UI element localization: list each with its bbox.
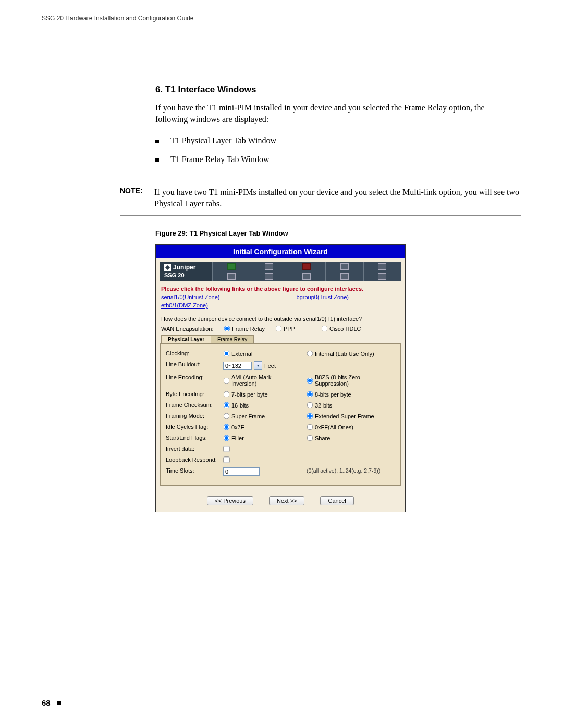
tab-strip: Physical Layer Frame Relay [156, 335, 405, 343]
bullet-item: T1 Frame Relay Tab Window [155, 155, 521, 164]
radio-extended-super-frame[interactable]: Extended Super Frame [307, 413, 374, 419]
radio-input[interactable] [307, 391, 313, 398]
footer-square-icon [57, 701, 61, 705]
radio-filler[interactable]: Filler [223, 435, 244, 441]
radio-input[interactable] [224, 435, 230, 441]
port-icon[interactable] [378, 263, 386, 270]
wizard-button-row: << Previous Next >> Cancel [156, 492, 405, 512]
port-icon[interactable] [340, 263, 349, 270]
radio-0x7e[interactable]: 0x7E [223, 424, 244, 430]
radio-label: 16-bits [231, 402, 249, 409]
radio-share[interactable]: Share [307, 435, 330, 441]
radio-input[interactable] [224, 413, 230, 419]
radio-input[interactable] [224, 391, 230, 398]
port-icon[interactable] [340, 273, 349, 280]
port-icon[interactable] [302, 263, 311, 270]
radio-ami[interactable]: AMI (Auto Mark Inversion) [223, 374, 296, 387]
note-text: If you have two T1 mini-PIMs installed o… [154, 187, 521, 209]
row-line-encoding: Line Encoding: AMI (Auto Mark Inversion)… [166, 374, 395, 387]
radio-input[interactable] [307, 402, 313, 409]
port-icon[interactable] [227, 263, 236, 270]
link-bgroup-interface[interactable]: bgroup0(Trust Zone) [297, 294, 349, 300]
radio-0xff[interactable]: 0xFF(All Ones) [307, 424, 353, 430]
previous-button[interactable]: << Previous [207, 496, 253, 505]
row-frame-checksum: Frame Checksum: 16-bits 32-bits [166, 402, 395, 409]
port-icon[interactable] [227, 273, 236, 280]
field-label: Idle Cycles Flag: [166, 424, 223, 430]
radio-input[interactable] [307, 435, 313, 441]
next-button[interactable]: Next >> [269, 496, 305, 505]
wizard-banner: Juniper SSG 20 [156, 258, 405, 281]
bullet-item: T1 Physical Layer Tab Window [155, 136, 521, 145]
radio-input[interactable] [224, 424, 230, 430]
radio-b8zs[interactable]: B8ZS (8-bits Zero Suppression) [307, 374, 385, 387]
radio-label: Cisco HDLC [329, 326, 361, 332]
port-icon[interactable] [302, 273, 311, 280]
bullet-icon [155, 158, 159, 162]
dropdown-icon[interactable]: ▾ [254, 361, 262, 370]
radio-input[interactable] [322, 326, 328, 332]
port-icon[interactable] [265, 273, 273, 280]
radio-label: 0x7E [231, 424, 244, 430]
intro-paragraph: If you have the T1 mini-PIM installed in… [155, 102, 490, 125]
line-buildout-select[interactable] [223, 362, 252, 370]
field-label: Line Encoding: [166, 374, 223, 380]
radio-input[interactable] [224, 351, 230, 357]
port-icon[interactable] [265, 263, 273, 270]
link-eth-interface[interactable]: eth0/1(DMZ Zone) [161, 302, 208, 309]
wan-encaps-label: WAN Encapsulation: [161, 326, 224, 332]
radio-label: PPP [284, 326, 295, 332]
link-serial-interface[interactable]: serial1/0(Untrust Zone) [161, 294, 220, 300]
radio-label: Frame Relay [232, 326, 265, 332]
device-badge: Juniper SSG 20 [160, 262, 212, 281]
juniper-logo-icon [164, 264, 171, 271]
radio-input[interactable] [307, 413, 313, 419]
wan-encapsulation-row: WAN Encapsulation: Frame Relay PPP Cisco… [156, 325, 405, 335]
row-byte-encoding: Byte Encoding: 7-bits per byte 8-bits pe… [166, 391, 395, 398]
bullet-icon [155, 140, 159, 143]
radio-label: Internal (Lab Use Only) [315, 351, 374, 357]
row-framing-mode: Framing Mode: Super Frame Extended Super… [166, 413, 395, 419]
note-label: NOTE: [120, 187, 154, 209]
radio-input[interactable] [276, 326, 282, 332]
radio-8bits[interactable]: 8-bits per byte [307, 391, 351, 398]
radio-input[interactable] [224, 402, 230, 409]
radio-16bits[interactable]: 16-bits [223, 402, 249, 409]
radio-clocking-internal[interactable]: Internal (Lab Use Only) [307, 350, 374, 357]
radio-label: B8ZS (8-bits Zero Suppression) [315, 374, 385, 387]
field-label: Loopback Respond: [166, 456, 223, 463]
device-model: SSG 20 [164, 272, 208, 278]
row-line-buildout: Line Buildout: ▾ Feet [166, 361, 395, 370]
radio-frame-relay[interactable]: Frame Relay [224, 325, 265, 332]
port-icon[interactable] [378, 273, 386, 280]
note-block: NOTE: If you have two T1 mini-PIMs insta… [120, 180, 521, 216]
radio-input[interactable] [307, 424, 313, 430]
wizard-title: Initial Configuration Wizard [156, 245, 405, 258]
time-slots-input[interactable] [223, 467, 260, 476]
checkbox-loopback[interactable] [223, 457, 229, 463]
radio-ppp[interactable]: PPP [275, 325, 295, 332]
radio-label: Super Frame [231, 413, 265, 419]
tab-physical-layer[interactable]: Physical Layer [161, 335, 211, 343]
radio-input[interactable] [307, 378, 313, 384]
radio-input[interactable] [224, 326, 230, 332]
field-label: Start/End Flags: [166, 435, 223, 441]
radio-32bits[interactable]: 32-bits [307, 402, 332, 409]
radio-7bits[interactable]: 7-bits per byte [223, 391, 268, 398]
wizard-instruction: Please click the following links or the … [156, 281, 405, 294]
page-number: 68 [42, 698, 51, 707]
checkbox-invert-data[interactable] [223, 446, 229, 452]
radio-input[interactable] [307, 351, 313, 357]
radio-label: 8-bits per byte [315, 391, 351, 398]
port-icon-grid [212, 262, 401, 281]
radio-cisco-hdlc[interactable]: Cisco HDLC [321, 325, 361, 332]
cancel-button[interactable]: Cancel [320, 496, 353, 505]
tab-frame-relay[interactable]: Frame Relay [211, 335, 254, 343]
radio-input[interactable] [224, 378, 230, 384]
radio-super-frame[interactable]: Super Frame [223, 413, 265, 419]
row-invert-data: Invert data: [166, 446, 395, 452]
radio-label: 7-bits per byte [231, 391, 268, 398]
radio-clocking-external[interactable]: External [223, 350, 252, 357]
unit-label: Feet [264, 363, 276, 369]
time-slots-hint: (0(all active), 1..24(e.g. 2,7-9)) [307, 467, 380, 474]
